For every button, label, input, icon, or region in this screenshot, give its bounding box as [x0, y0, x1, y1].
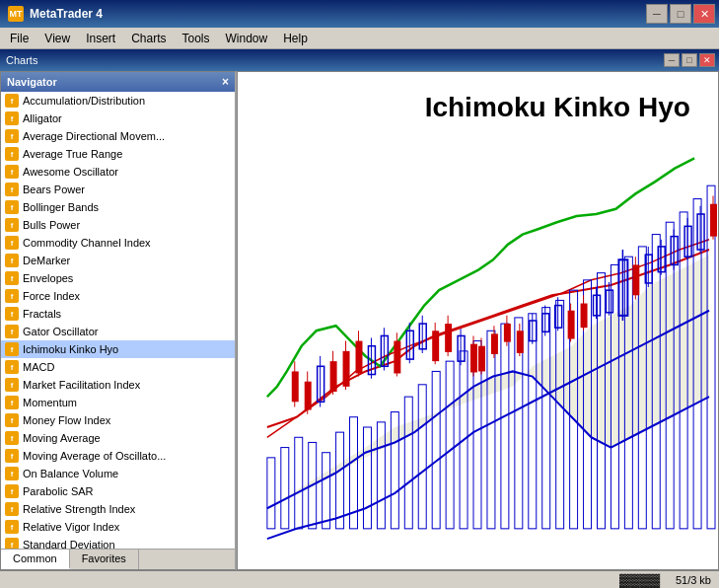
inner-title-controls[interactable]: ─ □ ✕: [664, 53, 715, 67]
status-size: 51/3 kb: [676, 574, 711, 586]
nav-icon-19: f: [5, 431, 19, 445]
svg-rect-39: [504, 324, 511, 342]
menu-bar: File View Insert Charts Tools Window Hel…: [0, 28, 719, 49]
inner-title-bar: Charts ─ □ ✕: [0, 49, 719, 71]
nav-item-7[interactable]: f Bulls Power: [1, 216, 235, 234]
nav-icon-18: f: [5, 413, 19, 427]
nav-icon-1: f: [5, 111, 19, 125]
title-bar: MT MetaTrader 4 ─ □ ✕: [0, 0, 719, 28]
svg-rect-77: [356, 341, 363, 374]
nav-item-18[interactable]: f Money Flow Index: [1, 411, 235, 429]
nav-icon-24: f: [5, 520, 19, 534]
nav-item-12[interactable]: f Fractals: [1, 305, 235, 323]
chart-svg: [238, 72, 718, 569]
nav-icon-20: f: [5, 449, 19, 463]
nav-item-21[interactable]: f On Balance Volume: [1, 465, 235, 482]
nav-icon-23: f: [5, 502, 19, 516]
nav-item-22[interactable]: f Parabolic SAR: [1, 482, 235, 500]
navigator-header: Navigator ×: [1, 72, 235, 92]
svg-rect-75: [343, 351, 350, 387]
nav-item-11[interactable]: f Force Index: [1, 287, 235, 305]
inner-maximize-button[interactable]: □: [682, 53, 697, 67]
nav-item-24[interactable]: f Relative Vigor Index: [1, 518, 235, 536]
inner-minimize-button[interactable]: ─: [664, 53, 680, 67]
inner-window-title: Charts: [6, 54, 37, 66]
nav-item-6[interactable]: f Bollinger Bands: [1, 198, 235, 216]
menu-help[interactable]: Help: [275, 30, 316, 47]
navigator-tabs: Common Favorites: [1, 549, 235, 569]
status-bar: ▓▓▓▓ 51/3 kb: [0, 570, 719, 588]
svg-rect-59: [632, 264, 639, 295]
navigator-title: Navigator: [7, 76, 57, 88]
menu-view[interactable]: View: [36, 30, 78, 47]
nav-icon-6: f: [5, 200, 19, 214]
menu-charts[interactable]: Charts: [123, 30, 174, 47]
menu-insert[interactable]: Insert: [78, 30, 123, 47]
nav-icon-3: f: [5, 147, 19, 161]
app-icon: MT: [8, 6, 24, 22]
menu-window[interactable]: Window: [218, 30, 276, 47]
nav-icon-25: f: [5, 538, 19, 549]
tab-favorites[interactable]: Favorites: [70, 550, 139, 569]
nav-icon-13: f: [5, 325, 19, 338]
nav-item-14[interactable]: f Ichimoku Kinko Hyo: [1, 340, 235, 358]
nav-item-3[interactable]: f Average True Range: [1, 145, 235, 163]
nav-icon-5: f: [5, 183, 19, 196]
nav-item-2[interactable]: f Average Directional Movem...: [1, 127, 235, 145]
nav-icon-21: f: [5, 467, 19, 480]
chart-title: Ichimoku Kinko Hyo: [425, 92, 690, 123]
nav-item-15[interactable]: f MACD: [1, 358, 235, 376]
nav-item-25[interactable]: f Standard Deviation: [1, 536, 235, 549]
nav-icon-0: f: [5, 94, 19, 108]
svg-rect-101: [710, 204, 717, 237]
nav-icon-4: f: [5, 165, 19, 179]
nav-icon-22: f: [5, 484, 19, 498]
main-area: Navigator × f Accumulation/Distribution …: [0, 71, 719, 570]
nav-icon-2: f: [5, 129, 19, 143]
nav-item-5[interactable]: f Bears Power: [1, 181, 235, 198]
nav-item-13[interactable]: f Gator Oscillator: [1, 323, 235, 340]
navigator-close-button[interactable]: ×: [222, 75, 229, 89]
minimize-button[interactable]: ─: [646, 4, 668, 24]
close-button[interactable]: ✕: [693, 4, 715, 24]
navigator-panel: Navigator × f Accumulation/Distribution …: [0, 71, 237, 570]
nav-item-19[interactable]: f Moving Average: [1, 429, 235, 447]
nav-icon-15: f: [5, 360, 19, 374]
nav-icon-10: f: [5, 271, 19, 285]
nav-item-23[interactable]: f Relative Strength Index: [1, 500, 235, 518]
navigator-list[interactable]: f Accumulation/Distribution f Alligator …: [1, 92, 235, 549]
inner-close-button[interactable]: ✕: [699, 53, 715, 67]
maximize-button[interactable]: □: [670, 4, 691, 24]
nav-item-9[interactable]: f DeMarker: [1, 252, 235, 269]
window-title: MetaTrader 4: [30, 7, 103, 21]
title-bar-controls[interactable]: ─ □ ✕: [646, 4, 715, 24]
nav-icon-11: f: [5, 289, 19, 303]
nav-item-10[interactable]: f Envelopes: [1, 269, 235, 287]
nav-icon-8: f: [5, 236, 19, 250]
nav-icon-16: f: [5, 378, 19, 392]
status-icon: ▓▓▓▓: [619, 572, 660, 588]
nav-item-4[interactable]: f Awesome Oscillator: [1, 163, 235, 181]
nav-item-16[interactable]: f Market Facilitation Index: [1, 376, 235, 394]
nav-icon-12: f: [5, 307, 19, 321]
menu-file[interactable]: File: [2, 30, 36, 47]
nav-item-17[interactable]: f Momentum: [1, 394, 235, 411]
chart-area: Ichimoku Kinko Hyo: [237, 71, 719, 570]
nav-item-8[interactable]: f Commodity Channel Index: [1, 234, 235, 252]
nav-item-1[interactable]: f Alligator: [1, 110, 235, 127]
svg-rect-67: [292, 371, 299, 402]
nav-item-20[interactable]: f Moving Average of Oscillato...: [1, 447, 235, 465]
nav-icon-14: f: [5, 342, 19, 356]
nav-item-0[interactable]: f Accumulation/Distribution: [1, 92, 235, 110]
nav-icon-17: f: [5, 396, 19, 409]
menu-tools[interactable]: Tools: [175, 30, 218, 47]
tab-common[interactable]: Common: [1, 550, 70, 569]
nav-icon-7: f: [5, 218, 19, 232]
svg-rect-91: [445, 324, 452, 352]
nav-icon-9: f: [5, 254, 19, 267]
